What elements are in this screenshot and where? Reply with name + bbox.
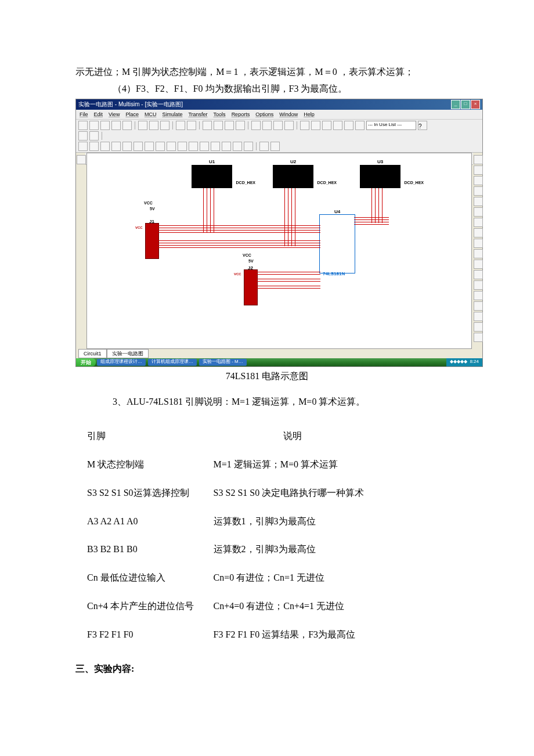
place-power-icon[interactable] bbox=[189, 142, 198, 151]
start-button[interactable]: 开始 bbox=[76, 358, 96, 366]
place-rf-icon[interactable] bbox=[211, 142, 220, 151]
menu-edit[interactable]: Edit bbox=[94, 110, 103, 119]
tray-clock: 8:24 bbox=[470, 358, 479, 366]
place-trans-icon[interactable] bbox=[111, 142, 121, 151]
paste-icon[interactable] bbox=[160, 121, 169, 130]
bode-icon[interactable] bbox=[474, 207, 483, 217]
net-icon[interactable] bbox=[474, 291, 483, 300]
dist-icon[interactable] bbox=[474, 270, 483, 279]
zoom-in-icon[interactable] bbox=[214, 121, 223, 130]
wordgen-icon[interactable] bbox=[474, 228, 483, 237]
undo-icon[interactable] bbox=[176, 121, 185, 130]
probe-icon[interactable] bbox=[474, 322, 483, 332]
menu-window[interactable]: Window bbox=[279, 110, 298, 119]
logic-conv-icon[interactable] bbox=[474, 249, 483, 258]
system-tray[interactable]: ◆◆◆◆◆ 8:24 bbox=[446, 358, 482, 366]
place-basic-icon[interactable] bbox=[89, 142, 99, 151]
comp-icon[interactable] bbox=[251, 121, 261, 130]
left-sidebar bbox=[76, 153, 85, 349]
place-misc-icon[interactable] bbox=[156, 142, 165, 151]
redo-icon[interactable] bbox=[187, 121, 196, 130]
taskbar-item-3[interactable]: 实验一电路图 - M… bbox=[199, 359, 247, 366]
th-desc: 说明 bbox=[214, 422, 459, 451]
freq-icon[interactable] bbox=[474, 218, 483, 227]
save-icon[interactable] bbox=[100, 121, 110, 130]
menu-file[interactable]: File bbox=[80, 110, 88, 119]
place-mixed-icon[interactable] bbox=[167, 142, 176, 151]
tab-experiment[interactable]: 实验一电路图 bbox=[107, 349, 149, 358]
menu-options[interactable]: Options bbox=[255, 110, 273, 119]
print-icon[interactable] bbox=[111, 121, 121, 130]
iv-icon[interactable] bbox=[474, 260, 483, 269]
place-diode-icon[interactable] bbox=[100, 142, 110, 151]
taskbar-item-2[interactable]: 计算机组成原理课… bbox=[148, 359, 197, 366]
place-ind-icon[interactable] bbox=[178, 142, 187, 151]
comp-group-icon[interactable] bbox=[78, 131, 88, 141]
menu-tools[interactable]: Tools bbox=[214, 110, 226, 119]
tek-icon[interactable] bbox=[474, 312, 483, 321]
place-ttl-icon[interactable] bbox=[134, 142, 143, 151]
print-preview-icon[interactable] bbox=[122, 121, 132, 130]
zoom-out-icon[interactable] bbox=[225, 121, 234, 130]
misc3-icon[interactable] bbox=[322, 121, 331, 130]
in-use-list-dropdown[interactable]: --- In Use List --- bbox=[366, 121, 416, 130]
side-l1-icon[interactable] bbox=[77, 155, 86, 164]
help-icon[interactable]: ? bbox=[418, 121, 427, 130]
logic-ana-icon[interactable] bbox=[474, 239, 483, 248]
document-tabs: Circuit1 实验一电路图 bbox=[78, 349, 149, 358]
section3-intro: 3、ALU-74LS181 引脚说明：M=1 逻辑运算，M=0 算术运算。 bbox=[75, 394, 459, 411]
copy-icon[interactable] bbox=[149, 121, 158, 130]
menu-bar: File Edit View Place MCU Simulate Transf… bbox=[76, 110, 482, 120]
misc4-icon[interactable] bbox=[333, 121, 342, 130]
misc5-icon[interactable] bbox=[344, 121, 353, 130]
menu-place[interactable]: Place bbox=[125, 110, 139, 119]
misc2-icon[interactable] bbox=[311, 121, 320, 130]
menu-reports[interactable]: Reports bbox=[232, 110, 250, 119]
place-hier-icon[interactable] bbox=[259, 142, 269, 151]
open-icon[interactable] bbox=[89, 121, 99, 130]
minimize-icon[interactable]: _ bbox=[451, 100, 460, 109]
maximize-icon[interactable]: □ bbox=[461, 100, 470, 109]
place-src-icon[interactable] bbox=[78, 142, 88, 151]
new-icon[interactable] bbox=[78, 121, 88, 130]
menu-transfer[interactable]: Transfer bbox=[188, 110, 207, 119]
misc6-icon[interactable] bbox=[355, 121, 365, 130]
place-cmos-icon[interactable] bbox=[145, 142, 154, 151]
db-icon[interactable] bbox=[262, 121, 272, 130]
taskbar-item-1[interactable]: 组成原理课程设计… bbox=[97, 359, 146, 366]
postproc-icon[interactable] bbox=[284, 121, 294, 130]
cut-icon[interactable] bbox=[138, 121, 147, 130]
4ch-scope-icon[interactable] bbox=[474, 197, 483, 206]
table-row: Cn+4 本片产生的进位信号Cn+4=0 有进位；Cn+4=1 无进位 bbox=[75, 592, 459, 621]
tab-circuit1[interactable]: Circuit1 bbox=[78, 349, 107, 358]
multimeter-icon[interactable] bbox=[474, 155, 483, 164]
menu-mcu[interactable]: MCU bbox=[145, 110, 157, 119]
scope-icon[interactable] bbox=[474, 186, 483, 196]
zoom-area-icon[interactable] bbox=[236, 121, 245, 130]
grapher-icon[interactable] bbox=[273, 121, 283, 130]
menu-view[interactable]: View bbox=[109, 110, 120, 119]
menu-help[interactable]: Help bbox=[304, 110, 315, 119]
window-titlebar: 实验一电路图 - Multisim - [实验一电路图] _ □ × bbox=[76, 99, 482, 110]
close-icon[interactable]: × bbox=[471, 100, 480, 109]
zoom-full-icon[interactable] bbox=[203, 121, 212, 130]
place-ladder-icon[interactable] bbox=[233, 142, 242, 151]
menu-simulate[interactable]: Simulate bbox=[162, 110, 182, 119]
place-analog-icon[interactable] bbox=[122, 142, 132, 151]
agilent-icon[interactable] bbox=[474, 301, 483, 311]
circuit-canvas[interactable]: U1 DCD_HEX U2 DCD_HEX U3 DCD_HEX VCC 5V … bbox=[86, 153, 472, 349]
misc1-icon[interactable] bbox=[300, 121, 309, 130]
window-title: 实验一电路图 - Multisim - [实验一电路图] bbox=[78, 99, 183, 110]
wattmeter-icon[interactable] bbox=[474, 176, 483, 185]
taskbar: 开始 组成原理课程设计… 计算机组成原理课… 实验一电路图 - M… ◆◆◆◆◆… bbox=[76, 358, 482, 366]
paragraph-outputs: （4）F3、F2、F1、F0 均为数据输出引脚，F3 为最高位。 bbox=[75, 81, 459, 98]
place-junc-icon[interactable] bbox=[270, 142, 280, 151]
place-elec-icon[interactable] bbox=[222, 142, 231, 151]
place-misc2-icon[interactable] bbox=[200, 142, 209, 151]
labview-icon[interactable] bbox=[474, 333, 483, 342]
tray-icons: ◆◆◆◆◆ bbox=[450, 358, 467, 366]
spec-icon[interactable] bbox=[474, 280, 483, 290]
funcgen-icon[interactable] bbox=[474, 165, 483, 175]
comp-basic-icon[interactable] bbox=[89, 131, 99, 141]
place-bus-icon[interactable] bbox=[244, 142, 253, 151]
